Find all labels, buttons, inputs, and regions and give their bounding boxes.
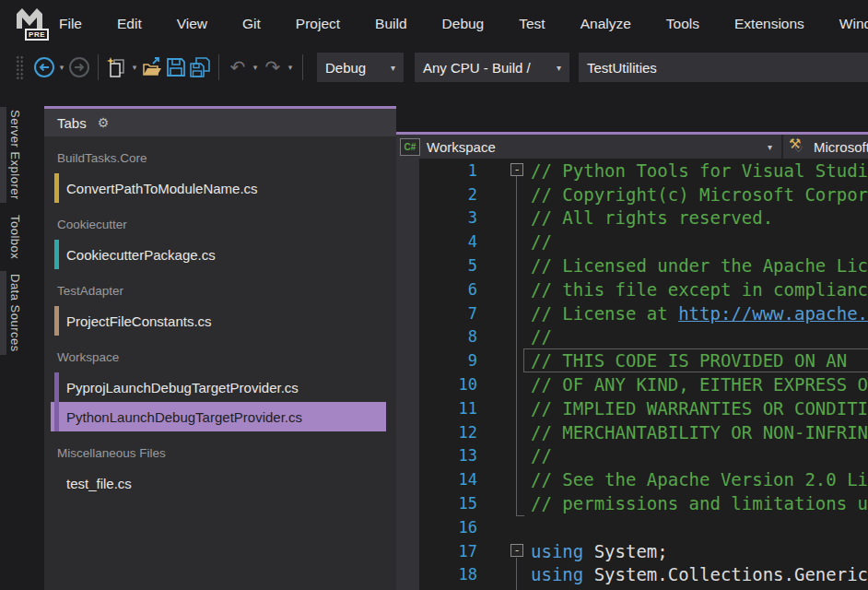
side-tab-server-explorer[interactable]: Server Explorer <box>0 110 24 200</box>
file-item-convertpathtomodulename-cs[interactable]: ConvertPathToModuleName.cs <box>51 173 386 203</box>
code-segment: using <box>531 564 583 584</box>
code-line-18[interactable]: 18using System.Collections.Generic; <box>396 563 868 587</box>
new-file-dropdown-caret[interactable]: ▾ <box>129 63 140 72</box>
tab-group-cookiecutter: CookiecutterCookiecutterPackage.cs <box>44 216 396 269</box>
code-text: // All rights reserved. <box>531 207 773 228</box>
file-item-cookiecutterpackage-cs[interactable]: CookiecutterPackage.cs <box>51 240 386 269</box>
toolbar-separator <box>98 54 99 80</box>
code-line-16[interactable]: 16 <box>396 515 868 539</box>
chevron-down-icon: ▾ <box>383 63 395 73</box>
menu-item-edit[interactable]: Edit <box>117 16 142 32</box>
code-line-8[interactable]: 8// <box>396 325 868 349</box>
solution-platform-dropdown[interactable]: Any CPU - Build / ▾ <box>415 53 569 82</box>
menu-item-git[interactable]: Git <box>242 16 261 32</box>
file-item-pyprojlaunchdebugtargetprovider-cs[interactable]: PyprojLaunchDebugTargetProvider.cs <box>51 372 386 402</box>
menu-item-debug[interactable]: Debug <box>442 16 485 32</box>
code-text: // THIS CODE IS PROVIDED ON AN *AS IS* B… <box>531 350 868 371</box>
preview-badge: PRE <box>25 29 49 41</box>
code-line-6[interactable]: 6// this file except in compliance with … <box>396 277 868 301</box>
redo-icon: ↷ <box>265 58 281 77</box>
forward-arrow-icon <box>68 56 90 78</box>
tab-group-workspace: WorkspacePyprojLaunchDebugTargetProvider… <box>44 348 396 431</box>
code-segment: System.Collections.Generic; <box>583 564 868 584</box>
line-number: 11 <box>396 399 477 418</box>
menu-item-build[interactable]: Build <box>375 16 406 32</box>
menu-item-analyze[interactable]: Analyze <box>581 16 631 32</box>
redo-dropdown-caret[interactable]: ▾ <box>285 63 296 72</box>
tab-group-label: Workspace <box>57 348 396 367</box>
menu-items: FileEditViewGitProjectBuildDebugTestAnal… <box>0 16 868 32</box>
code-line-1[interactable]: 1-// Python Tools for Visual Studio <box>396 159 868 183</box>
navbar-type-dropdown[interactable]: ⚒ ♡ Microsoft <box>783 135 868 159</box>
code-line-15[interactable]: 15// permissions and limitations under t… <box>396 491 868 515</box>
tab-group-label: TestAdapter <box>57 282 396 301</box>
menu-item-file[interactable]: File <box>59 16 82 32</box>
side-tab-toolbox[interactable]: Toolbox <box>0 215 24 259</box>
undo-dropdown-caret[interactable]: ▾ <box>250 63 261 72</box>
code-segment: // <box>531 231 552 252</box>
open-file-button[interactable] <box>140 54 164 80</box>
back-dropdown-caret[interactable]: ▾ <box>56 63 67 72</box>
line-number: 17 <box>396 542 477 560</box>
side-tab-label: Data Sources <box>8 274 22 352</box>
file-project-color-bar <box>54 240 59 269</box>
redo-button[interactable]: ↷ <box>261 54 285 80</box>
menu-item-extensions[interactable]: Extensions <box>734 16 804 32</box>
visual-studio-logo: PRE <box>15 5 46 43</box>
code-line-4[interactable]: 4// <box>396 230 868 254</box>
code-line-19[interactable]: 19using System.IO; <box>396 586 868 590</box>
editor-navigation-bar: C# Workspace ▾ ⚒ ♡ Microsoft <box>396 135 868 159</box>
code-line-11[interactable]: 11// IMPLIED WARRANTIES OR CONDITIONS OF… <box>396 396 868 420</box>
code-line-12[interactable]: 12// MERCHANTABILITY OR NON-INFRINGEMENT… <box>396 420 868 444</box>
toolbar-grip-handle[interactable] <box>15 54 23 80</box>
code-segment: // this file except in compliance with t… <box>531 279 868 300</box>
solution-configuration-dropdown[interactable]: Debug ▾ <box>317 53 404 82</box>
gear-icon[interactable]: ⚙ <box>98 115 110 130</box>
type-icon: ⚒ ♡ <box>789 137 807 156</box>
menu-item-project[interactable]: Project <box>296 16 340 32</box>
side-tab-data-sources[interactable]: Data Sources <box>0 274 24 352</box>
file-item-projectfileconstants-cs[interactable]: ProjectFileConstants.cs <box>51 306 386 336</box>
save-all-button[interactable] <box>188 54 212 80</box>
code-line-10[interactable]: 10// OF ANY KIND, EITHER EXPRESS OR IMPL… <box>396 372 868 396</box>
code-segment: System; <box>583 541 668 561</box>
file-name: ProjectFileConstants.cs <box>66 313 212 329</box>
file-item-pythonlaunchdebugtargetprovider-cs[interactable]: PythonLaunchDebugTargetProvider.cs <box>51 402 386 431</box>
undo-button[interactable]: ↶ <box>226 54 250 80</box>
line-number: 10 <box>396 375 477 394</box>
menu-item-tools[interactable]: Tools <box>666 16 699 32</box>
menu-item-test[interactable]: Test <box>519 16 545 32</box>
code-line-9[interactable]: 9// THIS CODE IS PROVIDED ON AN *AS IS* … <box>396 348 868 372</box>
menu-item-window[interactable]: Window <box>839 16 868 32</box>
file-item-test-file-cs[interactable]: test_file.cs <box>51 468 386 498</box>
code-line-7[interactable]: 7// License at http://www.apache.org/lic… <box>396 301 868 325</box>
navigate-back-button[interactable] <box>32 54 56 80</box>
tabs-panel-list: BuildTasks.CoreConvertPathToModuleName.c… <box>44 136 396 590</box>
code-text: // <box>531 445 552 466</box>
line-number: 3 <box>396 208 477 227</box>
navigate-forward-button[interactable] <box>67 54 91 80</box>
new-file-button[interactable] <box>105 54 129 80</box>
line-number: 15 <box>396 494 477 513</box>
code-line-13[interactable]: 13// <box>396 444 868 468</box>
code-segment: // All rights reserved. <box>531 207 773 228</box>
code-line-3[interactable]: 3// All rights reserved. <box>396 206 868 230</box>
code-text: // Licensed under the Apache License, Ve… <box>531 255 868 276</box>
code-line-14[interactable]: 14// See the Apache Version 2.0 License … <box>396 467 868 491</box>
startup-project-dropdown[interactable]: TestUtilities <box>579 53 868 82</box>
menu-item-view[interactable]: View <box>177 16 207 32</box>
tab-group-testadapter: TestAdapterProjectFileConstants.cs <box>44 282 396 336</box>
file-name: ConvertPathToModuleName.cs <box>66 181 258 196</box>
code-line-17[interactable]: 17-using System; <box>396 539 868 563</box>
fold-collapse-box[interactable]: - <box>510 163 523 176</box>
save-button[interactable] <box>164 54 188 80</box>
code-line-5[interactable]: 5// Licensed under the Apache License, V… <box>396 254 868 277</box>
code-line-2[interactable]: 2// Copyright(c) Microsoft Corporation <box>396 183 868 206</box>
code-segment: // <box>531 445 552 466</box>
navbar-project-label: Workspace <box>427 139 496 155</box>
code-text: // this file except in compliance with t… <box>531 279 868 300</box>
fold-collapse-box[interactable]: - <box>510 544 523 557</box>
main-toolbar: ▾ ▾ <box>0 47 868 88</box>
navbar-project-dropdown[interactable]: C# Workspace ▾ <box>396 135 781 159</box>
code-area[interactable]: 1-// Python Tools for Visual Studio2// C… <box>396 159 868 590</box>
